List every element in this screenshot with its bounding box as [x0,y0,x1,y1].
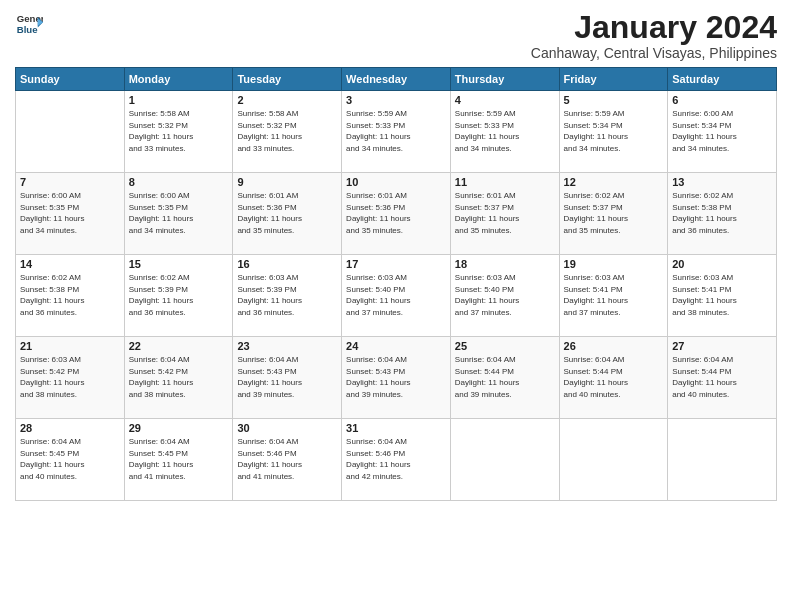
calendar-week-row: 28Sunrise: 6:04 AM Sunset: 5:45 PM Dayli… [16,419,777,501]
day-number: 28 [20,422,120,434]
day-info: Sunrise: 6:01 AM Sunset: 5:36 PM Dayligh… [237,190,337,236]
table-row: 25Sunrise: 6:04 AM Sunset: 5:44 PM Dayli… [450,337,559,419]
table-row: 21Sunrise: 6:03 AM Sunset: 5:42 PM Dayli… [16,337,125,419]
table-row: 18Sunrise: 6:03 AM Sunset: 5:40 PM Dayli… [450,255,559,337]
day-info: Sunrise: 6:02 AM Sunset: 5:38 PM Dayligh… [672,190,772,236]
day-number: 2 [237,94,337,106]
day-number: 10 [346,176,446,188]
day-info: Sunrise: 6:04 AM Sunset: 5:44 PM Dayligh… [564,354,664,400]
day-number: 7 [20,176,120,188]
col-sunday: Sunday [16,68,125,91]
day-number: 1 [129,94,229,106]
col-tuesday: Tuesday [233,68,342,91]
day-number: 4 [455,94,555,106]
day-number: 21 [20,340,120,352]
day-number: 30 [237,422,337,434]
table-row: 22Sunrise: 6:04 AM Sunset: 5:42 PM Dayli… [124,337,233,419]
day-info: Sunrise: 6:04 AM Sunset: 5:42 PM Dayligh… [129,354,229,400]
day-number: 11 [455,176,555,188]
table-row: 23Sunrise: 6:04 AM Sunset: 5:43 PM Dayli… [233,337,342,419]
day-number: 29 [129,422,229,434]
day-info: Sunrise: 6:03 AM Sunset: 5:40 PM Dayligh… [346,272,446,318]
day-number: 27 [672,340,772,352]
title-block: January 2024 Canhaway, Central Visayas, … [531,10,777,61]
page-header: General Blue January 2024 Canhaway, Cent… [15,10,777,61]
day-info: Sunrise: 6:00 AM Sunset: 5:34 PM Dayligh… [672,108,772,154]
day-info: Sunrise: 5:59 AM Sunset: 5:33 PM Dayligh… [346,108,446,154]
calendar-header-row: Sunday Monday Tuesday Wednesday Thursday… [16,68,777,91]
day-info: Sunrise: 6:03 AM Sunset: 5:42 PM Dayligh… [20,354,120,400]
day-info: Sunrise: 6:04 AM Sunset: 5:43 PM Dayligh… [346,354,446,400]
table-row: 20Sunrise: 6:03 AM Sunset: 5:41 PM Dayli… [668,255,777,337]
day-number: 5 [564,94,664,106]
table-row [16,91,125,173]
day-number: 22 [129,340,229,352]
calendar-week-row: 7Sunrise: 6:00 AM Sunset: 5:35 PM Daylig… [16,173,777,255]
table-row: 2Sunrise: 5:58 AM Sunset: 5:32 PM Daylig… [233,91,342,173]
logo: General Blue [15,10,43,38]
table-row: 6Sunrise: 6:00 AM Sunset: 5:34 PM Daylig… [668,91,777,173]
day-number: 6 [672,94,772,106]
day-info: Sunrise: 6:03 AM Sunset: 5:40 PM Dayligh… [455,272,555,318]
day-number: 25 [455,340,555,352]
day-number: 19 [564,258,664,270]
day-info: Sunrise: 5:59 AM Sunset: 5:33 PM Dayligh… [455,108,555,154]
day-number: 14 [20,258,120,270]
day-info: Sunrise: 6:04 AM Sunset: 5:45 PM Dayligh… [20,436,120,482]
day-number: 24 [346,340,446,352]
table-row: 12Sunrise: 6:02 AM Sunset: 5:37 PM Dayli… [559,173,668,255]
day-number: 16 [237,258,337,270]
day-info: Sunrise: 5:58 AM Sunset: 5:32 PM Dayligh… [237,108,337,154]
day-info: Sunrise: 6:04 AM Sunset: 5:45 PM Dayligh… [129,436,229,482]
table-row: 11Sunrise: 6:01 AM Sunset: 5:37 PM Dayli… [450,173,559,255]
day-info: Sunrise: 6:02 AM Sunset: 5:37 PM Dayligh… [564,190,664,236]
day-info: Sunrise: 6:00 AM Sunset: 5:35 PM Dayligh… [20,190,120,236]
table-row: 3Sunrise: 5:59 AM Sunset: 5:33 PM Daylig… [342,91,451,173]
col-monday: Monday [124,68,233,91]
svg-text:Blue: Blue [17,24,38,35]
table-row [450,419,559,501]
calendar-week-row: 21Sunrise: 6:03 AM Sunset: 5:42 PM Dayli… [16,337,777,419]
location-title: Canhaway, Central Visayas, Philippines [531,45,777,61]
calendar-table: Sunday Monday Tuesday Wednesday Thursday… [15,67,777,501]
day-info: Sunrise: 6:01 AM Sunset: 5:37 PM Dayligh… [455,190,555,236]
table-row: 7Sunrise: 6:00 AM Sunset: 5:35 PM Daylig… [16,173,125,255]
day-number: 26 [564,340,664,352]
day-info: Sunrise: 6:00 AM Sunset: 5:35 PM Dayligh… [129,190,229,236]
table-row: 28Sunrise: 6:04 AM Sunset: 5:45 PM Dayli… [16,419,125,501]
table-row: 14Sunrise: 6:02 AM Sunset: 5:38 PM Dayli… [16,255,125,337]
logo-icon: General Blue [15,10,43,38]
day-info: Sunrise: 5:58 AM Sunset: 5:32 PM Dayligh… [129,108,229,154]
day-info: Sunrise: 6:02 AM Sunset: 5:38 PM Dayligh… [20,272,120,318]
calendar-week-row: 1Sunrise: 5:58 AM Sunset: 5:32 PM Daylig… [16,91,777,173]
table-row: 31Sunrise: 6:04 AM Sunset: 5:46 PM Dayli… [342,419,451,501]
day-number: 9 [237,176,337,188]
day-number: 12 [564,176,664,188]
day-info: Sunrise: 6:02 AM Sunset: 5:39 PM Dayligh… [129,272,229,318]
table-row: 9Sunrise: 6:01 AM Sunset: 5:36 PM Daylig… [233,173,342,255]
day-info: Sunrise: 6:01 AM Sunset: 5:36 PM Dayligh… [346,190,446,236]
table-row: 17Sunrise: 6:03 AM Sunset: 5:40 PM Dayli… [342,255,451,337]
col-thursday: Thursday [450,68,559,91]
calendar-week-row: 14Sunrise: 6:02 AM Sunset: 5:38 PM Dayli… [16,255,777,337]
table-row: 13Sunrise: 6:02 AM Sunset: 5:38 PM Dayli… [668,173,777,255]
col-wednesday: Wednesday [342,68,451,91]
col-friday: Friday [559,68,668,91]
table-row: 5Sunrise: 5:59 AM Sunset: 5:34 PM Daylig… [559,91,668,173]
table-row: 19Sunrise: 6:03 AM Sunset: 5:41 PM Dayli… [559,255,668,337]
day-number: 15 [129,258,229,270]
table-row [559,419,668,501]
table-row: 4Sunrise: 5:59 AM Sunset: 5:33 PM Daylig… [450,91,559,173]
day-number: 31 [346,422,446,434]
day-number: 3 [346,94,446,106]
table-row: 24Sunrise: 6:04 AM Sunset: 5:43 PM Dayli… [342,337,451,419]
col-saturday: Saturday [668,68,777,91]
day-info: Sunrise: 6:04 AM Sunset: 5:44 PM Dayligh… [455,354,555,400]
table-row: 1Sunrise: 5:58 AM Sunset: 5:32 PM Daylig… [124,91,233,173]
table-row: 10Sunrise: 6:01 AM Sunset: 5:36 PM Dayli… [342,173,451,255]
day-number: 20 [672,258,772,270]
day-info: Sunrise: 5:59 AM Sunset: 5:34 PM Dayligh… [564,108,664,154]
day-number: 18 [455,258,555,270]
month-title: January 2024 [531,10,777,45]
table-row: 16Sunrise: 6:03 AM Sunset: 5:39 PM Dayli… [233,255,342,337]
